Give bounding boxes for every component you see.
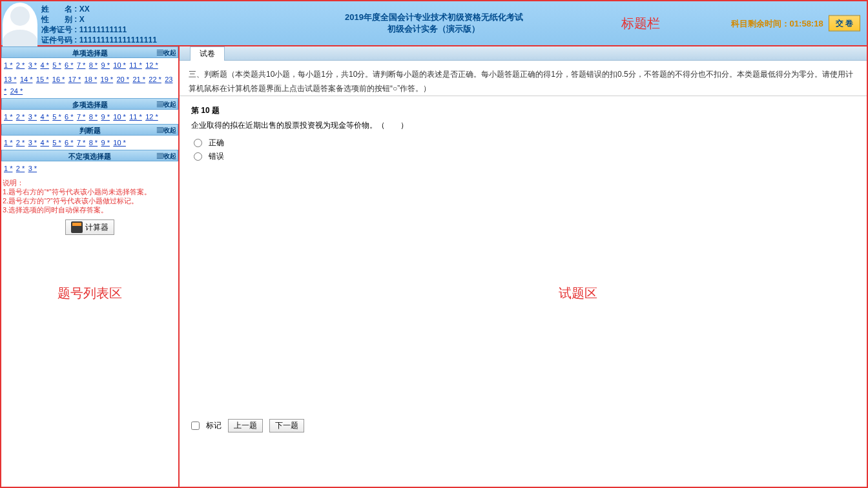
- option-false-radio[interactable]: [194, 152, 202, 161]
- question-link[interactable]: 10 *: [113, 113, 126, 121]
- gender-label: 性 别 :: [41, 14, 77, 25]
- collapse-toggle[interactable]: ▤收起: [157, 99, 176, 110]
- option-true[interactable]: 正确: [194, 137, 855, 148]
- exam-title: 2019年度全国会计专业技术初级资格无纸化考试 初级会计实务（演示版）: [345, 12, 523, 35]
- id-label: 证件号码 :: [41, 35, 77, 45]
- question-link[interactable]: 12 *: [145, 61, 158, 69]
- question-link[interactable]: 6 *: [65, 139, 73, 147]
- ticket-value: 11111111111: [79, 25, 127, 34]
- section-header: 不定项选择题▤收起: [1, 150, 178, 161]
- submit-button[interactable]: 交 卷: [829, 15, 860, 32]
- question-link[interactable]: 20 *: [116, 76, 129, 83]
- question-link[interactable]: 24 *: [10, 87, 23, 95]
- notes-line-2: 2.题号右方的“?”符号代表该小题做过标记。: [3, 196, 177, 205]
- question-link[interactable]: 14 *: [20, 76, 33, 83]
- option-true-label: 正确: [209, 137, 224, 148]
- question-link[interactable]: 2 *: [16, 113, 25, 121]
- question-link[interactable]: 19 *: [101, 76, 114, 83]
- question-link[interactable]: 4 *: [40, 113, 48, 121]
- question-number-row: 1 * 2 * 3 * 4 * 5 * 6 * 7 * 8 * 9 * 10 *…: [1, 110, 178, 124]
- question-link[interactable]: 3 *: [28, 113, 37, 121]
- notes-line-3: 3.选择选项的同时自动保存答案。: [3, 205, 177, 214]
- question-link[interactable]: 6 *: [65, 113, 73, 121]
- question-link[interactable]: 2 *: [16, 165, 25, 172]
- question-link[interactable]: 10 *: [113, 61, 126, 69]
- gender-value: X: [79, 15, 85, 24]
- question-link[interactable]: 3 *: [28, 165, 37, 172]
- question-link[interactable]: 6 *: [65, 61, 73, 69]
- question-link[interactable]: 9 *: [101, 61, 110, 69]
- calculator-button[interactable]: 计算器: [65, 219, 114, 235]
- question-link[interactable]: 5 *: [52, 113, 61, 121]
- content-zone-label: 试题区: [559, 284, 597, 301]
- question-link[interactable]: 10 *: [113, 139, 126, 147]
- question-link[interactable]: 8 *: [89, 139, 98, 147]
- user-info: 姓 名 : XX 性 别 : X 准考证号 : 11111111111 证件号码…: [41, 1, 157, 45]
- question-link[interactable]: 5 *: [52, 139, 61, 147]
- prev-button[interactable]: 上一题: [228, 419, 263, 432]
- question-link[interactable]: 9 *: [101, 113, 110, 121]
- question-link[interactable]: 5 *: [52, 61, 61, 69]
- question-link[interactable]: 15 *: [36, 76, 49, 83]
- question-number-row: 1 * 2 * 3 * 4 * 5 * 6 * 7 * 8 * 9 * 10 *: [1, 136, 178, 150]
- question-link[interactable]: 22 *: [149, 76, 161, 83]
- title-zone-label: 标题栏: [621, 15, 660, 32]
- question-link[interactable]: 1 *: [4, 139, 12, 147]
- question-link[interactable]: 1 *: [4, 113, 12, 121]
- collapse-toggle[interactable]: ▤收起: [157, 150, 176, 162]
- option-false[interactable]: 错误: [194, 151, 855, 162]
- question-link[interactable]: 16 *: [52, 76, 65, 83]
- question-link[interactable]: 7 *: [77, 61, 85, 69]
- section-header: 判断题▤收起: [1, 124, 178, 136]
- exam-title-line2: 初级会计实务（演示版）: [345, 23, 523, 35]
- question-link[interactable]: 11 *: [129, 113, 142, 121]
- question-link[interactable]: 21 *: [132, 76, 145, 83]
- question-link[interactable]: 12 *: [145, 113, 158, 121]
- mark-label: 标记: [206, 420, 222, 431]
- collapse-toggle[interactable]: ▤收起: [157, 47, 176, 59]
- next-button[interactable]: 下一题: [269, 419, 304, 432]
- mark-checkbox[interactable]: [191, 422, 200, 430]
- collapse-toggle[interactable]: ▤收起: [157, 125, 176, 136]
- question-link[interactable]: 8 *: [89, 113, 98, 121]
- section-instructions: 三、判断题（本类题共10小题，每小题1分，共10分。请判断每小题的表述是否正确。…: [180, 61, 867, 96]
- instruction-text: 三、判断题（本类题共10小题，每小题1分，共10分。请判断每小题的表述是否正确。…: [189, 70, 853, 93]
- question-link[interactable]: 3 *: [28, 61, 37, 69]
- question-link[interactable]: 2 *: [16, 139, 25, 147]
- question-link[interactable]: 18 *: [85, 76, 98, 83]
- calculator-label: 计算器: [85, 222, 108, 233]
- question-link[interactable]: 4 *: [40, 139, 48, 147]
- id-value: 111111111111111111: [79, 36, 157, 45]
- question-panel: 试卷 三、判断题（本类题共10小题，每小题1分，共10分。请判断每小题的表述是否…: [180, 46, 868, 488]
- tab-paper[interactable]: 试卷: [190, 46, 225, 61]
- question-number-row: 1 * 2 * 3 *: [1, 161, 178, 176]
- section-header: 多项选择题▤收起: [1, 98, 178, 110]
- question-link[interactable]: 9 *: [101, 139, 110, 147]
- question-link[interactable]: 1 *: [4, 165, 12, 172]
- question-link[interactable]: 3 *: [28, 139, 37, 147]
- question-link[interactable]: 7 *: [77, 113, 85, 121]
- question-number: 第 10 题: [191, 105, 855, 116]
- question-link[interactable]: 17 *: [68, 76, 81, 83]
- question-number-row: 13 * 14 * 15 * 16 * 17 * 18 * 19 * 20 * …: [1, 72, 178, 98]
- question-link[interactable]: 8 *: [89, 61, 98, 69]
- avatar: [3, 3, 37, 46]
- question-number-row: 1 * 2 * 3 * 4 * 5 * 6 * 7 * 8 * 9 * 10 *…: [1, 58, 178, 72]
- question-link[interactable]: 2 *: [16, 61, 25, 69]
- question-link[interactable]: 7 *: [77, 139, 85, 147]
- question-link[interactable]: 1 *: [4, 61, 12, 69]
- title-bar: 姓 名 : XX 性 别 : X 准考证号 : 11111111111 证件号码…: [0, 0, 868, 46]
- section-header: 单项选择题▤收起: [1, 46, 178, 58]
- notes-title: 说明：: [3, 178, 177, 187]
- name-label: 姓 名 :: [41, 4, 77, 14]
- option-true-radio[interactable]: [194, 139, 202, 147]
- calculator-icon: [71, 221, 83, 233]
- tab-bar: 试卷: [180, 46, 867, 61]
- question-link[interactable]: 11 *: [129, 61, 142, 69]
- timer-area: 科目剩余时间：01:58:18 交 卷: [731, 15, 860, 32]
- question-link[interactable]: 13 *: [4, 76, 17, 83]
- question-link[interactable]: 4 *: [40, 61, 48, 69]
- option-false-label: 错误: [209, 151, 224, 162]
- timer-label: 科目剩余时间：: [731, 18, 790, 28]
- question-list-panel: 单项选择题▤收起1 * 2 * 3 * 4 * 5 * 6 * 7 * 8 * …: [0, 46, 180, 488]
